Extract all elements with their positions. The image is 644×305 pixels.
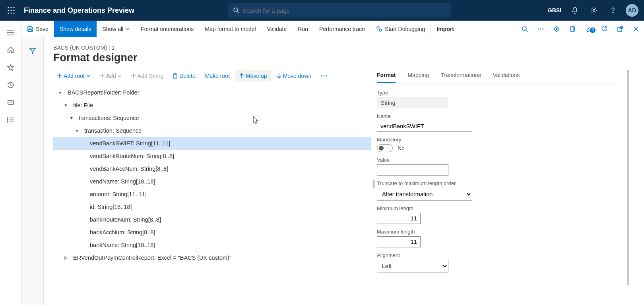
svg-point-24 [7,122,8,122]
tree-node-label: amount: String[11..11] [90,191,147,197]
svg-point-22 [7,118,8,118]
tree-row[interactable]: bankRouteNum: String[8..8] [53,213,371,226]
make-root-label: Make root [205,73,230,79]
chevron-down-icon[interactable] [56,91,64,95]
hamburger-icon[interactable] [3,25,19,41]
chevron-down-icon[interactable] [62,104,69,107]
workspaces-icon[interactable] [3,95,19,110]
plus-icon [131,73,136,78]
content-area: BACS (UK CUSTOM) : 1 Format designer Add… [44,37,644,305]
tree-row[interactable]: vendName: String[18..18] [53,175,371,188]
chevron-down-icon [86,75,90,77]
mandatory-toggle[interactable] [377,144,393,152]
search-icon[interactable] [517,26,533,32]
run-button[interactable]: Run [292,21,314,37]
tree-node-label: BACSReportsFolder: Folder [68,89,140,96]
truncate-select[interactable]: After transformation [377,188,472,201]
diamond-icon[interactable] [549,26,564,32]
format-tree[interactable]: BACSReportsFolder: Folderfile: Filetrans… [53,86,371,264]
search-input[interactable] [228,3,451,17]
save-button[interactable]: Save [21,21,54,37]
tree-pane: Add root Add Add String Delete [53,70,371,298]
bell-icon[interactable] [566,2,584,19]
save-label: Save [36,26,48,32]
validate-label: Validate [267,26,287,32]
tab-transformations[interactable]: Transformations [441,70,481,83]
tree-row[interactable]: amount: String[11..11] [53,188,371,201]
import-button[interactable]: Import [431,21,460,37]
svg-rect-34 [570,27,574,31]
move-up-button[interactable]: Move up [235,70,271,81]
format-enumerations-button[interactable]: Format enumerations [135,21,199,37]
tree-row[interactable]: file: File [53,99,371,112]
chevron-down-icon[interactable] [68,116,75,120]
recent-icon[interactable] [3,77,19,93]
performance-trace-button[interactable]: Performance trace [314,21,370,37]
svg-line-10 [237,12,239,13]
validate-button[interactable]: Validate [262,21,293,37]
tree-row[interactable]: vendBankSWIFT: String[11..11] [53,137,371,150]
properties-pane: Format Mapping Transformations Validatio… [377,70,634,298]
tab-validations[interactable]: Validations [493,70,520,83]
move-up-label: Move up [246,73,267,79]
save-icon [27,26,33,32]
tree-row[interactable]: bankName: String[18..18] [53,239,371,251]
map-format-button[interactable]: Map format to model [199,21,261,37]
add-root-button[interactable]: Add root [53,70,94,81]
company-code[interactable]: GBSI [545,7,564,14]
add-string-button: Add String [127,70,167,81]
name-input[interactable] [377,121,472,132]
tree-node-label: transaction: Sequence [84,127,142,134]
gear-icon[interactable] [585,2,603,19]
toolbar-more-icon[interactable] [317,73,331,79]
svg-point-47 [326,75,327,77]
chevron-right-icon[interactable] [62,256,69,260]
svg-point-46 [324,75,325,77]
search-field[interactable] [242,7,446,14]
maxlen-input[interactable] [377,236,421,247]
start-debugging-button[interactable]: Start Debugging [370,21,431,37]
tree-row[interactable]: id: String[18..18] [53,201,371,213]
property-tabs: Format Mapping Transformations Validatio… [377,70,619,83]
left-nav-rail [0,21,21,305]
help-icon[interactable] [604,2,622,19]
user-avatar[interactable]: AD [623,2,641,19]
start-debug-label: Start Debugging [385,26,425,32]
waffle-icon[interactable] [3,2,19,18]
trash-icon [173,73,178,79]
splitter-handle[interactable] [371,70,377,298]
tree-row[interactable]: vendBankRouteNum: String[8..8] [53,150,371,162]
tree-row[interactable]: bankAccNum: String[8..8] [53,226,371,239]
more-icon[interactable] [533,28,549,30]
tree-row[interactable]: ERVendOutPaymControlReport: Excel = "BAC… [53,251,371,264]
tab-format[interactable]: Format [377,70,396,83]
popout-icon[interactable] [612,26,628,32]
tree-row[interactable]: transaction: Sequence [53,124,371,137]
attachments-icon[interactable]: 0 [580,26,596,32]
close-icon[interactable] [628,26,644,32]
minlen-input[interactable] [377,213,421,224]
tree-row[interactable]: BACSReportsFolder: Folder [53,86,371,99]
home-icon[interactable] [3,42,19,58]
avatar-initials: AD [626,4,638,17]
refresh-icon[interactable] [596,26,612,32]
show-all-button[interactable]: Show all [97,21,135,37]
page-options-icon[interactable] [564,26,580,32]
value-input[interactable] [377,164,448,176]
delete-button[interactable]: Delete [169,70,199,81]
star-icon[interactable] [3,60,19,75]
minlen-label: Minimum length [377,205,619,211]
alignment-select[interactable]: Left [377,260,448,272]
show-details-button[interactable]: Show details [54,21,97,37]
tree-row[interactable]: vendBankAccNum: String[8..8] [53,162,371,175]
type-value: String [377,97,448,108]
tree-node-label: file: File [73,102,93,108]
filter-icon[interactable] [25,43,41,59]
modules-icon[interactable] [3,112,19,128]
move-down-button[interactable]: Move down [273,70,316,81]
arrow-up-icon [239,73,244,79]
tab-mapping[interactable]: Mapping [407,70,429,83]
make-root-button[interactable]: Make root [201,70,234,81]
chevron-down-icon[interactable] [73,129,80,133]
tree-row[interactable]: transactions: Sequence [53,112,371,124]
